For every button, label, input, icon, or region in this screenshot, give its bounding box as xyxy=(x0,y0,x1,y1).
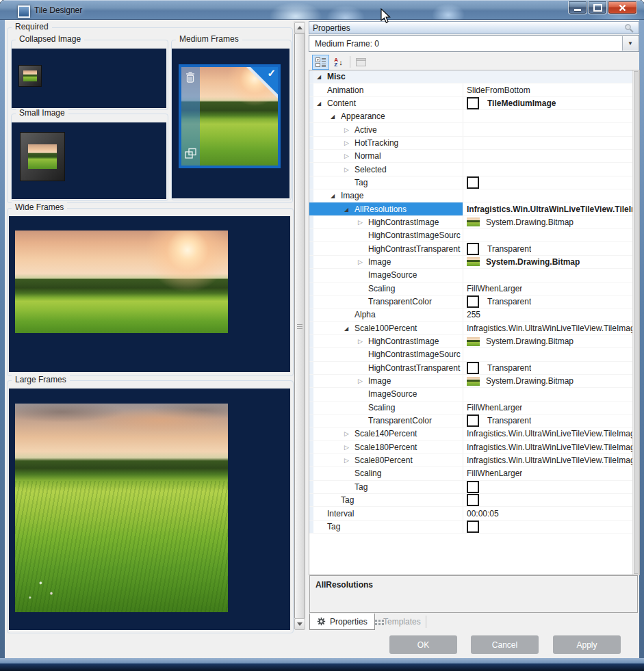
property-value-cell[interactable] xyxy=(463,494,633,506)
property-name-cell[interactable]: ▷HighContrastImage xyxy=(309,216,463,228)
combobox-dropdown-button[interactable]: ▼ xyxy=(622,36,638,51)
grid-row[interactable]: ▷HighContrastImageSystem.Drawing.Bitmap xyxy=(309,335,633,348)
property-value-cell[interactable] xyxy=(463,163,633,175)
expand-collapse-arrow[interactable]: ◢ xyxy=(344,206,348,212)
property-value-cell[interactable]: Transparent xyxy=(463,242,633,254)
property-value-cell[interactable]: 00:00:05 xyxy=(463,507,633,519)
property-value-cell[interactable]: Infragistics.Win.UltraWinLiveTileView.Ti… xyxy=(463,427,633,440)
property-name-cell[interactable]: ▷Selected xyxy=(309,163,463,175)
property-name-cell[interactable]: Scaling xyxy=(309,402,463,414)
property-value-cell[interactable]: TileMediumImage xyxy=(463,97,633,109)
grid-row[interactable]: ◢AllResolutionsInfragistics.Win.UltraWin… xyxy=(309,202,633,215)
property-grid-scrollbar-thumb[interactable] xyxy=(634,71,639,574)
left-panel-scrollbar[interactable] xyxy=(294,21,305,629)
property-value-cell[interactable] xyxy=(463,189,633,202)
property-name-cell[interactable]: ▷HotTracking xyxy=(309,137,463,149)
grid-row[interactable]: Tag xyxy=(309,481,633,494)
expand-collapse-arrow[interactable]: ▷ xyxy=(358,219,363,226)
grid-row[interactable]: ◢ContentTileMediumImage xyxy=(309,97,633,110)
checkbox[interactable] xyxy=(467,521,479,533)
checkbox[interactable] xyxy=(467,494,479,506)
large-frame-picture[interactable] xyxy=(15,404,228,612)
property-name-cell[interactable]: ◢Appearance xyxy=(309,110,463,122)
property-name-cell[interactable]: HighContrastTransparent xyxy=(309,362,463,374)
wide-frames-panel[interactable] xyxy=(9,216,290,372)
property-value-cell[interactable]: FillWhenLarger xyxy=(463,402,633,414)
scroll-up-button[interactable] xyxy=(294,22,305,34)
checkbox[interactable] xyxy=(467,243,479,255)
property-name-cell[interactable]: ▷Scale180Percent xyxy=(309,441,463,453)
property-value-cell[interactable]: Transparent xyxy=(463,295,633,308)
grid-row[interactable]: ScalingFillWhenLarger xyxy=(309,282,633,295)
grid-row[interactable]: HighContrastImageSourc xyxy=(309,348,633,361)
property-grid[interactable]: ◢MiscAnimationSlideFromBottom◢ContentTil… xyxy=(309,70,640,575)
cancel-button[interactable]: Cancel xyxy=(471,635,539,654)
grid-row[interactable]: Tag xyxy=(309,494,633,507)
grid-row[interactable]: ▷ImageSystem.Drawing.Bitmap xyxy=(309,375,633,388)
tab-properties[interactable]: Properties xyxy=(309,614,375,630)
duplicate-frame-icon[interactable] xyxy=(185,148,197,161)
pin-icon[interactable] xyxy=(624,23,634,36)
tab-templates[interactable]: Templates xyxy=(368,614,428,630)
property-value-cell[interactable]: Infragistics.Win.UltraWinLiveTileView.Ti… xyxy=(463,441,633,453)
grid-row[interactable]: ImageSource xyxy=(309,388,633,401)
alphabetical-sort-button[interactable]: AZ ↓ xyxy=(330,55,347,70)
title-bar[interactable]: Tile Designer xyxy=(0,0,644,20)
close-button[interactable] xyxy=(608,1,637,14)
property-grid-scrollbar[interactable] xyxy=(632,70,639,575)
apply-button[interactable]: Apply xyxy=(553,635,621,654)
checkbox[interactable] xyxy=(467,176,479,189)
properties-header[interactable]: Properties xyxy=(309,21,639,34)
grid-row[interactable]: TransparentColorTransparent xyxy=(309,295,633,308)
property-value-cell[interactable] xyxy=(463,348,633,360)
property-name-cell[interactable]: HighContrastImageSourc xyxy=(309,229,463,241)
grid-row[interactable]: ScalingFillWhenLarger xyxy=(309,467,633,480)
property-value-cell[interactable]: Transparent xyxy=(463,415,633,427)
property-name-cell[interactable]: Tag xyxy=(309,481,463,493)
expand-collapse-arrow[interactable]: ◢ xyxy=(331,114,335,120)
grid-row[interactable]: HighContrastImageSourc xyxy=(309,229,633,242)
property-value-cell[interactable]: FillWhenLarger xyxy=(463,467,633,479)
grid-row[interactable]: ImageSource xyxy=(309,269,633,282)
expand-collapse-arrow[interactable]: ▷ xyxy=(358,378,363,384)
property-name-cell[interactable]: HighContrastImageSourc xyxy=(309,348,463,360)
property-value-cell[interactable] xyxy=(463,388,633,400)
property-value-cell[interactable]: System.Drawing.Bitmap xyxy=(463,375,633,387)
property-value-cell[interactable] xyxy=(463,481,633,493)
grid-row[interactable]: ▷ImageSystem.Drawing.Bitmap xyxy=(309,256,633,269)
expand-collapse-arrow[interactable]: ▷ xyxy=(344,140,349,146)
property-name-cell[interactable]: ◢Content xyxy=(309,97,463,109)
expand-collapse-arrow[interactable]: ▷ xyxy=(344,444,349,451)
delete-frame-icon[interactable] xyxy=(185,71,196,85)
grid-row[interactable]: ▷Normal xyxy=(309,150,633,163)
expand-collapse-arrow[interactable]: ▷ xyxy=(358,259,363,265)
property-name-cell[interactable]: Scaling xyxy=(309,467,463,479)
grid-row[interactable]: Tag xyxy=(309,521,633,534)
property-value-cell[interactable]: Infragistics.Win.UltraWinLiveTileView.Ti… xyxy=(463,322,633,334)
expand-collapse-arrow[interactable]: ▷ xyxy=(344,153,349,159)
property-name-cell[interactable]: ◢Scale100Percent xyxy=(309,322,463,334)
large-frames-panel[interactable] xyxy=(9,389,290,630)
grid-row[interactable]: HighContrastTransparentTransparent xyxy=(309,242,633,255)
grid-row[interactable]: TransparentColorTransparent xyxy=(309,415,633,427)
grid-row[interactable]: ▷HotTracking xyxy=(309,137,633,150)
property-name-cell[interactable]: ImageSource xyxy=(309,269,463,281)
grid-row[interactable]: ◢Image xyxy=(309,189,633,202)
grid-row[interactable]: AnimationSlideFromBottom xyxy=(309,83,633,96)
expand-collapse-arrow[interactable]: ◢ xyxy=(331,193,335,199)
property-name-cell[interactable]: ▷Scale80Percent xyxy=(309,454,463,466)
property-name-cell[interactable]: ▷Normal xyxy=(309,150,463,162)
collapsed-image-panel[interactable] xyxy=(12,49,166,108)
grid-row[interactable]: ◢Appearance xyxy=(309,110,633,123)
grid-row[interactable]: ▷Scale140PercentInfragistics.Win.UltraWi… xyxy=(309,427,633,440)
checkbox[interactable] xyxy=(467,362,479,374)
grid-row[interactable]: ▷Scale80PercentInfragistics.Win.UltraWin… xyxy=(309,454,633,467)
property-name-cell[interactable]: TransparentColor xyxy=(309,415,463,427)
expand-collapse-arrow[interactable]: ◢ xyxy=(344,325,348,331)
property-value-cell[interactable]: Infragistics.Win.UltraWinLiveTileView.Ti… xyxy=(463,202,633,215)
property-name-cell[interactable]: ImageSource xyxy=(309,388,463,400)
property-value-cell[interactable]: FillWhenLarger xyxy=(463,282,633,295)
property-name-cell[interactable]: Tag xyxy=(309,176,463,189)
property-name-cell[interactable]: ◢Misc xyxy=(309,70,633,83)
property-name-cell[interactable]: ▷Scale140Percent xyxy=(309,427,463,440)
